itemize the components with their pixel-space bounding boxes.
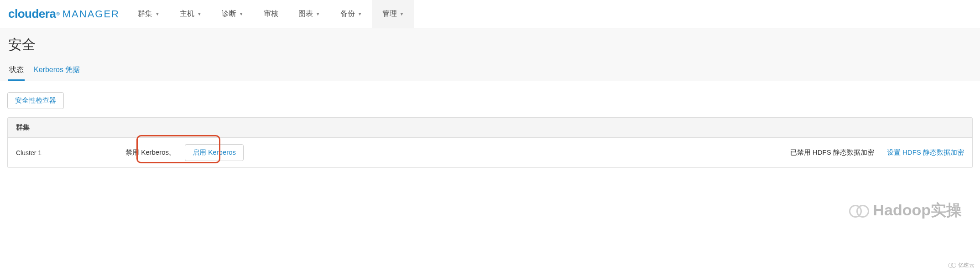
kerberos-status: 禁用 Kerberos。 (125, 148, 176, 157)
nav-label: 审核 (264, 9, 278, 19)
nav-audit[interactable]: 审核 (254, 0, 288, 28)
caret-down-icon: ▼ (358, 11, 362, 16)
caret-down-icon: ▼ (316, 11, 320, 16)
hdfs-encryption-link[interactable]: 设置 HDFS 静态数据加密 (887, 148, 964, 157)
brand-manager: MANAGER (63, 8, 120, 20)
content: 安全性检查器 群集 Cluster 1 禁用 Kerberos。 启用 Kerb… (0, 81, 980, 179)
page-header: 安全 状态 Kerberos 凭据 (0, 28, 980, 81)
tabs: 状态 Kerberos 凭据 (8, 61, 972, 81)
top-navbar: cloudera ® MANAGER 群集 ▼ 主机 ▼ 诊断 ▼ 审核 图表 … (0, 0, 980, 28)
tab-status[interactable]: 状态 (8, 61, 25, 81)
brand-logo[interactable]: cloudera ® MANAGER (0, 0, 128, 28)
table-row: Cluster 1 禁用 Kerberos。 启用 Kerberos 已禁用 H… (8, 138, 972, 167)
nav-charts[interactable]: 图表 ▼ (288, 0, 330, 28)
nav-backup[interactable]: 备份 ▼ (330, 0, 372, 28)
caret-down-icon: ▼ (155, 11, 160, 16)
tab-kerberos-credentials[interactable]: Kerberos 凭据 (33, 61, 81, 81)
nav-label: 主机 (180, 9, 194, 19)
cluster-table: 群集 Cluster 1 禁用 Kerberos。 启用 Kerberos 已禁… (7, 117, 973, 168)
caret-down-icon: ▼ (239, 11, 244, 16)
brand-registered: ® (56, 11, 59, 16)
page-title: 安全 (8, 36, 972, 54)
caret-down-icon: ▼ (197, 11, 202, 16)
nav-label: 管理 (382, 9, 397, 19)
caret-down-icon: ▼ (400, 11, 404, 16)
hdfs-encryption-status: 已禁用 HDFS 静态数据加密 (790, 148, 874, 157)
brand-cloudera: cloudera (8, 7, 56, 21)
nav-label: 群集 (138, 9, 152, 19)
enable-kerberos-button[interactable]: 启用 Kerberos (185, 144, 244, 161)
nav-admin[interactable]: 管理 ▼ (372, 0, 414, 28)
tab-label: Kerberos 凭据 (34, 66, 80, 73)
nav-items: 群集 ▼ 主机 ▼ 诊断 ▼ 审核 图表 ▼ 备份 ▼ 管理 ▼ (128, 0, 414, 28)
table-header-cluster: 群集 (8, 118, 972, 138)
nav-label: 诊断 (222, 9, 236, 19)
nav-diagnostics[interactable]: 诊断 ▼ (212, 0, 254, 28)
tab-label: 状态 (9, 66, 24, 73)
cluster-name: Cluster 1 (16, 149, 116, 156)
nav-hosts[interactable]: 主机 ▼ (170, 0, 212, 28)
nav-clusters[interactable]: 群集 ▼ (128, 0, 170, 28)
nav-label: 备份 (340, 9, 355, 19)
security-checker-button[interactable]: 安全性检查器 (7, 92, 64, 109)
nav-label: 图表 (298, 9, 313, 19)
